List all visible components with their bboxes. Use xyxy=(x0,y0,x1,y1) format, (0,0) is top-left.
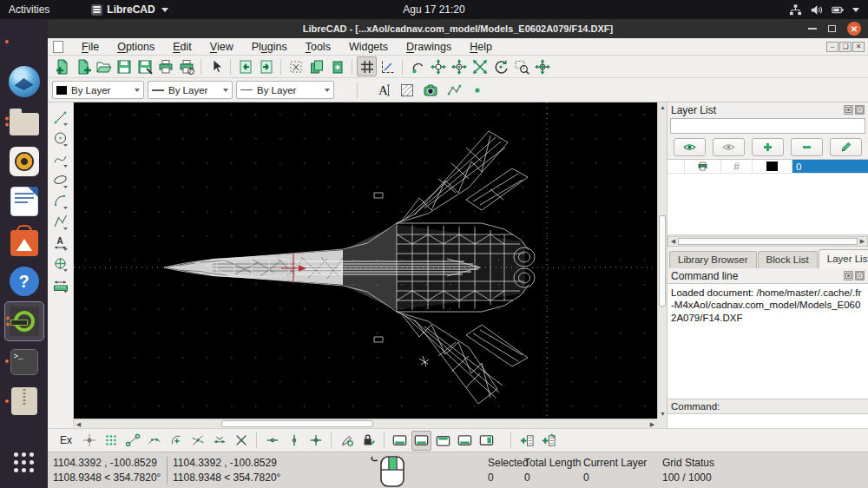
arc-tool-button[interactable] xyxy=(50,192,71,211)
add-layer-button[interactable] xyxy=(538,431,558,451)
dock-area-right-button[interactable] xyxy=(433,431,453,451)
menu-edit[interactable]: Edit xyxy=(173,41,192,53)
dock-area-bottom-button[interactable] xyxy=(411,431,431,451)
grid-toggle-button[interactable] xyxy=(357,56,377,76)
float-panel-icon[interactable] xyxy=(844,271,853,280)
dock-item-rhythmbox[interactable] xyxy=(4,142,44,181)
snap-intersection-button[interactable] xyxy=(231,431,251,451)
zoom-window-button[interactable] xyxy=(511,56,531,76)
modify-layer-button[interactable] xyxy=(830,138,862,156)
menu-widgets[interactable]: Widgets xyxy=(349,41,388,53)
scroll-down-icon[interactable]: ▼ xyxy=(658,409,667,419)
command-input[interactable] xyxy=(667,414,868,428)
drawing-window-icon[interactable] xyxy=(53,41,63,53)
mdi-close-icon[interactable]: ✕ xyxy=(852,42,865,52)
minimize-icon[interactable] xyxy=(808,28,817,30)
close-panel-icon[interactable] xyxy=(855,271,865,280)
snap-distance-button[interactable] xyxy=(209,431,229,451)
restrict-vertical-button[interactable] xyxy=(284,431,304,451)
snap-on-entity-button[interactable] xyxy=(144,431,164,451)
dock-item-writer[interactable] xyxy=(4,181,44,221)
dock-item-archive[interactable] xyxy=(4,381,44,421)
polyline-button[interactable] xyxy=(444,80,464,100)
text-tool-button[interactable] xyxy=(373,80,393,100)
menu-file[interactable]: File xyxy=(82,41,99,53)
vertical-scroll-thumb[interactable] xyxy=(659,215,666,307)
layer-row[interactable]: # 0 xyxy=(667,160,868,174)
lock-relative-zero-button[interactable] xyxy=(337,431,357,451)
exclusive-snap-button[interactable]: Ex xyxy=(55,432,77,448)
mdi-restore-icon[interactable]: ❏ xyxy=(839,42,852,52)
auto-zoom-button[interactable] xyxy=(470,56,490,76)
panel-horizontal-scrollbar[interactable]: ◀ ▶ xyxy=(667,236,868,247)
mdi-minimize-icon[interactable]: – xyxy=(826,42,838,52)
zoom-pan-button[interactable] xyxy=(532,56,552,76)
set-relative-zero-button[interactable] xyxy=(358,431,378,451)
add-layer-button[interactable] xyxy=(752,138,784,156)
layer-color-swatch[interactable] xyxy=(753,160,792,173)
dock-item-librecad[interactable] xyxy=(4,301,44,341)
hide-all-layers-button[interactable] xyxy=(713,138,745,156)
ortho-toggle-button[interactable] xyxy=(378,56,398,76)
layer-print-icon[interactable] xyxy=(685,160,721,173)
close-panel-icon[interactable] xyxy=(855,105,865,115)
scroll-up-icon[interactable]: ▲ xyxy=(658,102,667,112)
scroll-left-icon[interactable]: ◀ xyxy=(668,237,678,246)
cut-button[interactable] xyxy=(286,56,306,76)
point-button[interactable] xyxy=(467,80,487,100)
snap-endpoint-button[interactable] xyxy=(122,431,142,451)
hatch-button[interactable] xyxy=(397,80,417,100)
dock-area-left-button[interactable] xyxy=(390,431,410,451)
layer-construction-icon[interactable]: # xyxy=(721,160,753,173)
menu-tools[interactable]: Tools xyxy=(306,41,331,53)
tab-library-browser[interactable]: Library Browser xyxy=(669,251,757,268)
layer-name[interactable]: 0 xyxy=(792,160,868,173)
canvas-vertical-scrollbar[interactable]: ▲ ▼ xyxy=(657,102,667,419)
polyline-tool-button[interactable] xyxy=(50,213,71,232)
menu-drawings[interactable]: Drawings xyxy=(406,41,451,53)
canvas-horizontal-scrollbar[interactable]: ◀ ▶ xyxy=(74,419,657,428)
save-as-button[interactable] xyxy=(135,56,155,76)
dock-item-files[interactable] xyxy=(4,102,44,142)
remove-layer-button[interactable] xyxy=(791,138,823,156)
new-drawing-button[interactable] xyxy=(51,56,71,76)
dock-area-top-button[interactable] xyxy=(455,431,475,451)
float-panel-icon[interactable] xyxy=(844,105,853,115)
redo-button[interactable] xyxy=(256,56,276,76)
snap-middle-button[interactable] xyxy=(187,431,207,451)
zoom-redraw-button[interactable] xyxy=(428,56,448,76)
pan-hand-button[interactable] xyxy=(407,56,427,76)
previous-view-button[interactable] xyxy=(490,56,510,76)
line-tool-button[interactable] xyxy=(50,109,71,128)
activities-button[interactable]: Activities xyxy=(9,3,49,16)
drawing-canvas[interactable] xyxy=(74,102,657,419)
copy-button[interactable] xyxy=(306,56,326,76)
print-button[interactable] xyxy=(155,56,175,76)
spline-tool-button[interactable] xyxy=(50,150,71,169)
circle-tool-button[interactable] xyxy=(50,129,71,148)
scroll-right-icon[interactable]: ▶ xyxy=(858,237,867,246)
app-indicator[interactable]: LibreCAD xyxy=(91,3,168,16)
paste-button[interactable] xyxy=(327,56,347,76)
restrict-horizontal-button[interactable] xyxy=(262,431,282,451)
dimension-tool-button[interactable] xyxy=(50,275,71,294)
open-button[interactable] xyxy=(93,56,113,76)
snap-center-button[interactable] xyxy=(166,431,186,451)
menu-view[interactable]: View xyxy=(210,41,233,53)
dock-item-thunderbird[interactable] xyxy=(4,62,44,102)
layer-select-cell[interactable] xyxy=(667,160,685,173)
system-tray[interactable] xyxy=(789,3,859,16)
horizontal-scroll-thumb[interactable] xyxy=(221,420,373,427)
new-from-template-button[interactable] xyxy=(72,56,92,76)
dimension-text-tool-button[interactable] xyxy=(50,234,71,253)
tab-block-list[interactable]: Block List xyxy=(758,251,818,268)
dock-item-firefox[interactable] xyxy=(4,22,44,62)
show-all-layers-button[interactable] xyxy=(674,138,706,156)
layer-filter-input[interactable] xyxy=(670,118,865,134)
close-icon[interactable]: ✕ xyxy=(847,22,861,36)
snap-grid-button[interactable] xyxy=(101,431,121,451)
line-width-combo[interactable]: By Layer xyxy=(148,81,233,99)
menu-help[interactable]: Help xyxy=(470,41,492,53)
insert-block-tool-button[interactable] xyxy=(50,254,71,274)
dock-item-help[interactable]: ? xyxy=(4,261,44,301)
